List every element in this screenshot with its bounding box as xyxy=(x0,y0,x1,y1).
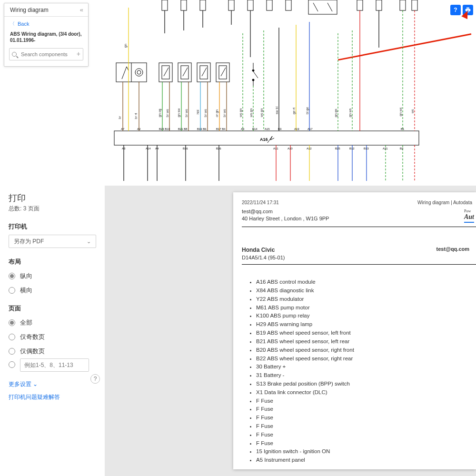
svg-text:hbl: hbl xyxy=(196,109,199,114)
print-title: 打印 xyxy=(9,192,96,204)
svg-text:gn: gn xyxy=(124,44,128,48)
svg-text:B13: B13 xyxy=(364,147,369,150)
pages-even[interactable]: 仅偶数页 xyxy=(9,347,96,356)
doc-title: ABS Wiring diagram, (3/4 door), 01.01.19… xyxy=(4,31,88,48)
search-input[interactable] xyxy=(9,48,83,60)
doc-email: test@qq.com xyxy=(242,208,329,215)
doc-breadcrumb: Wiring diagram | Autodata xyxy=(417,200,472,205)
svg-text:ge rt: ge rt xyxy=(292,108,296,114)
list-item: H29 ABS warning lamp xyxy=(256,320,476,329)
panel-title: Wiring diagram xyxy=(10,7,49,13)
svg-text:B21: B21 xyxy=(198,58,205,62)
svg-text:B19 B6: B19 B6 xyxy=(197,128,207,130)
back-label: Back xyxy=(18,21,29,27)
svg-text:B26: B26 xyxy=(216,147,221,150)
radio-icon xyxy=(9,334,15,340)
list-item: F Fuse xyxy=(256,422,476,431)
svg-text:br rt: br rt xyxy=(134,113,138,119)
layout-label: 布局 xyxy=(9,258,96,266)
vehicle-name: Honda Civic xyxy=(242,247,275,253)
printer-label: 打印机 xyxy=(9,222,96,231)
svg-text:ws gn: ws gn xyxy=(260,109,264,118)
chevron-down-icon: ⌄ xyxy=(33,381,38,387)
svg-text:A4: A4 xyxy=(155,147,159,150)
svg-text:A11: A11 xyxy=(273,147,278,150)
search-icon xyxy=(12,52,17,57)
svg-text:gn gn: gn gn xyxy=(334,109,338,117)
radio-icon xyxy=(9,287,15,294)
help-icon[interactable]: ? xyxy=(90,374,100,384)
svg-text:ws: ws xyxy=(411,109,414,114)
doc-address: 40 Harley Street , London , W1G 9PP xyxy=(242,215,329,222)
svg-text:B3: B3 xyxy=(278,128,282,130)
list-item: X1 Data link connector (DLC) xyxy=(256,388,476,397)
print-summary: 总数: 3 页面 xyxy=(9,205,96,213)
radio-icon xyxy=(9,273,15,279)
svg-point-41 xyxy=(252,69,254,71)
svg-text:B2: B2 xyxy=(400,147,404,150)
svg-text:A12: A12 xyxy=(307,147,312,150)
troubleshoot-link[interactable]: 打印机问题疑难解答 xyxy=(9,393,96,401)
panel-header: Wiring diagram « xyxy=(4,3,88,17)
list-item: B22 ABS wheel speed sensor, right rear xyxy=(256,355,476,363)
pages-range-input[interactable] xyxy=(20,358,89,372)
pages-label: 页面 xyxy=(9,304,96,313)
svg-rect-6 xyxy=(248,0,253,10)
list-item: 15 Ignition switch - ignition ON xyxy=(256,447,476,456)
svg-text:B16: B16 xyxy=(183,147,188,150)
printer-select[interactable]: 另存为 PDF ⌄ xyxy=(9,235,96,248)
doc-timestamp: 2022/11/24 17:31 xyxy=(242,200,279,205)
svg-text:A16: A16 xyxy=(260,137,268,142)
more-settings-link[interactable]: 更多设置 ⌄ xyxy=(9,380,96,388)
svg-text:A15: A15 xyxy=(265,128,270,130)
svg-text:gn sw: gn sw xyxy=(177,108,181,117)
svg-text:B23 B10: B23 B10 xyxy=(159,128,170,130)
layout-portrait[interactable]: 纵向 xyxy=(9,272,96,280)
search-components[interactable]: + xyxy=(9,48,83,60)
print-dialog-window: ? 打印 总数: 3 页面 打印机 另存为 PDF ⌄ 布局 纵向 横向 页面 … xyxy=(0,186,476,476)
svg-text:A19: A19 xyxy=(294,128,299,130)
svg-text:S13: S13 xyxy=(251,58,258,62)
brand-logo: Pow Aut xyxy=(464,208,474,223)
doc-user: test@qq.com xyxy=(436,246,469,261)
svg-point-43 xyxy=(252,79,254,81)
back-button[interactable]: 〈 Back xyxy=(4,17,88,31)
svg-text:ws gn: ws gn xyxy=(249,109,253,118)
pages-all[interactable]: 全部 xyxy=(9,318,96,327)
list-item: F Fuse xyxy=(256,414,476,422)
print-settings-pane: 打印 总数: 3 页面 打印机 另存为 PDF ⌄ 布局 纵向 横向 页面 全部… xyxy=(0,186,105,476)
svg-rect-9 xyxy=(308,0,337,14)
list-item: B21 ABS wheel speed sensor, left rear xyxy=(256,337,476,346)
svg-text:A21: A21 xyxy=(383,147,388,150)
svg-text:B19: B19 xyxy=(160,58,167,62)
svg-rect-14 xyxy=(376,0,382,10)
svg-text:B17 B4: B17 B4 xyxy=(216,128,226,130)
svg-rect-5 xyxy=(228,0,234,10)
svg-text:H29: H29 xyxy=(136,58,143,62)
pages-odd[interactable]: 仅奇数页 xyxy=(9,333,96,341)
svg-text:A5: A5 xyxy=(117,58,122,62)
left-panel: Wiring diagram « 〈 Back ABS Wiring diagr… xyxy=(4,3,89,67)
svg-text:br ws: br ws xyxy=(204,109,207,117)
list-item: Y22 ABS modulator xyxy=(256,295,476,304)
wiring-diagram[interactable]: F 7,5A K100 A5 H29 B19 B20 xyxy=(100,0,476,182)
radio-icon xyxy=(9,319,15,326)
svg-rect-15 xyxy=(400,0,406,10)
layout-landscape[interactable]: 横向 xyxy=(9,286,96,295)
svg-text:B20: B20 xyxy=(179,58,186,62)
list-item: X84 ABS diagnostic link xyxy=(256,287,476,295)
svg-text:B14: B14 xyxy=(252,128,258,130)
svg-text:A14: A14 xyxy=(146,147,151,150)
svg-text:B21 B8: B21 B8 xyxy=(178,128,188,130)
svg-text:sw bl: sw bl xyxy=(275,107,278,114)
collapse-icon[interactable]: « xyxy=(80,6,83,13)
svg-text:br: br xyxy=(118,116,121,119)
plus-icon[interactable]: + xyxy=(77,50,80,58)
svg-text:B22: B22 xyxy=(217,58,224,62)
list-item: A5 Instrument panel xyxy=(256,456,476,465)
list-item: 30 Battery + xyxy=(256,363,476,371)
svg-rect-7 xyxy=(267,0,272,10)
svg-text:A17: A17 xyxy=(307,128,313,130)
svg-text:B12: B12 xyxy=(349,147,355,150)
list-item: A16 ABS control module xyxy=(256,278,476,287)
